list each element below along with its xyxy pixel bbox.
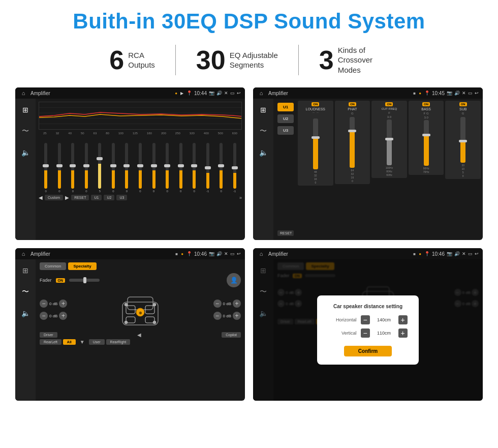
crossover-status-bar: ⌂ Amplifier ■ ● 📍 10:45 📷 🔊 ✕ ▭ ↩ [253, 87, 483, 99]
crossover-screen-content: ⊞ 〜 🔈 U1 U2 U3 RESET [253, 99, 483, 240]
eq-slider-3[interactable]: 0 [80, 143, 93, 193]
eq-time: 10:44 [194, 91, 207, 96]
eq-slider-2[interactable]: 0 [67, 143, 79, 193]
confirm-button[interactable]: Confirm [344, 346, 392, 356]
crossover-nav-wave[interactable]: 〜 [256, 124, 270, 138]
eq-slider-9[interactable]: 0 [161, 143, 174, 193]
crossover-screen: ⌂ Amplifier ■ ● 📍 10:45 📷 🔊 ✕ ▭ ↩ ⊞ 〜 [253, 87, 483, 240]
home-icon[interactable]: ⌂ [19, 89, 27, 97]
svg-point-13 [153, 303, 156, 306]
horizontal-plus-btn[interactable]: + [398, 315, 408, 324]
eq-slider-12[interactable]: -1 [201, 143, 214, 193]
eq-main-area: 253240506380100125160200250320400500630 … [36, 99, 245, 240]
svg-rect-5 [128, 297, 153, 310]
eq-icon-x: ✕ [224, 91, 228, 96]
eq-slider-1[interactable]: 0 [53, 143, 66, 193]
svg-text:⊕: ⊕ [139, 311, 142, 315]
horizontal-minus-btn[interactable]: − [361, 315, 370, 324]
vol-rl-plus[interactable]: + [59, 312, 67, 320]
u2-preset-btn[interactable]: U2 [277, 114, 294, 123]
distance-screen-content: ⊞ 〜 🔈 Common Specialty Fader ON [253, 259, 483, 401]
horizontal-row: Horizontal − 140cm + [327, 315, 409, 324]
car-diagram-section: − 0 dB + − 0 dB + [40, 289, 241, 330]
fader-time: 10:46 [194, 251, 207, 257]
vol-fl-plus[interactable]: + [59, 300, 67, 308]
eq-slider-6[interactable]: 0 [120, 143, 133, 193]
eq-nav-sliders[interactable]: ⊞ [18, 103, 33, 117]
crossover-nav-speaker[interactable]: 🔈 [256, 145, 270, 160]
eq-slider-8[interactable]: 0 [147, 143, 160, 193]
eq-prev-btn[interactable]: ◀ [39, 195, 43, 200]
eq-nav-wave[interactable]: 〜 [18, 124, 33, 138]
zone-all-btn[interactable]: All [63, 339, 76, 345]
vol-fl-minus[interactable]: − [40, 300, 48, 308]
eq-u1-btn[interactable]: U1 [91, 195, 102, 200]
camera-icon: 📷 [209, 91, 214, 96]
crossover-nav-sliders[interactable]: ⊞ [256, 103, 270, 117]
eq-u3-btn[interactable]: U3 [116, 195, 127, 200]
fader-volume-icon: 🔊 [216, 251, 222, 256]
fader-specialty-tab[interactable]: Specialty [68, 262, 96, 270]
eq-slider-4[interactable]: 5 [94, 143, 106, 193]
zone-rearright-btn[interactable]: RearRight [106, 339, 131, 345]
eq-reset-btn[interactable]: RESET [71, 195, 89, 200]
eq-slider-13[interactable]: 0 [215, 143, 228, 193]
eq-side-nav: ⊞ 〜 🔈 [15, 99, 36, 240]
fader-dot2: ● [181, 252, 183, 256]
fader-side-nav: ⊞ 〜 🔈 [15, 259, 36, 401]
distance-volume-icon: 🔊 [454, 251, 460, 256]
u1-preset-btn[interactable]: U1 [277, 103, 294, 111]
vol-fr-value: 0 dB [223, 302, 231, 306]
screens-grid: ⌂ Amplifier ● ▶ 📍 10:44 📷 🔊 ✕ ▭ ↩ ⊞ 〜 [15, 87, 483, 401]
vol-rr-plus[interactable]: + [233, 312, 241, 320]
vol-rl-minus[interactable]: − [40, 312, 48, 320]
eq-slider-0[interactable]: 0 [40, 143, 52, 193]
eq-custom-btn[interactable]: Custom [45, 195, 63, 200]
distance-icon-rect: ▭ [468, 251, 473, 256]
vol-fr-plus[interactable]: + [233, 300, 241, 308]
fader-location-icon: 📍 [186, 251, 192, 256]
distance-dialog-box: Car speaker distance setting Horizontal … [317, 295, 419, 365]
eq-status-bar: ⌂ Amplifier ● ▶ 📍 10:44 📷 🔊 ✕ ▭ ↩ [15, 87, 245, 99]
eq-slider-14[interactable]: -1 [228, 143, 241, 193]
vertical-minus-btn[interactable]: − [361, 328, 370, 338]
eq-slider-5[interactable]: 0 [107, 143, 120, 193]
crossover-location-icon: 📍 [424, 91, 430, 96]
zone-rearleft-btn[interactable]: RearLeft [40, 339, 61, 345]
fader-horizontal-slider[interactable] [69, 279, 100, 282]
fader-nav-wave[interactable]: 〜 [18, 285, 33, 299]
crossover-dot2: ● [419, 91, 421, 96]
zone-driver-btn[interactable]: Driver [40, 332, 57, 338]
page-title: Buith-in 30EQ DSP Sound System [15, 9, 483, 34]
fader-home-icon[interactable]: ⌂ [19, 250, 27, 258]
fader-nav-speaker[interactable]: 🔈 [18, 306, 33, 320]
vertical-value: 110cm [374, 331, 394, 336]
fader-common-tab[interactable]: Common [40, 262, 66, 270]
vertical-label: Vertical [329, 331, 357, 336]
fader-nav-sliders[interactable]: ⊞ [18, 263, 33, 278]
u3-preset-btn[interactable]: U3 [277, 126, 294, 135]
crossover-reset-btn[interactable]: RESET [277, 230, 294, 236]
sub-module: ON SUB G 201050 [445, 101, 481, 179]
vertical-plus-btn[interactable]: + [398, 328, 408, 338]
zone-copilot-btn[interactable]: Copilot [222, 332, 241, 338]
zone-user-btn[interactable]: User [89, 339, 105, 345]
stat-label-rca: RCAOutputs [128, 50, 155, 70]
fader-center-arrow: ◀ [59, 332, 221, 338]
vol-rr-minus[interactable]: − [213, 312, 222, 320]
eq-slider-10[interactable]: 0 [174, 143, 187, 193]
eq-next-btn[interactable]: ▶ [65, 195, 69, 200]
eq-screen-title: Amplifier [30, 91, 172, 96]
eq-slider-11[interactable]: 0 [188, 143, 201, 193]
vol-fr-minus[interactable]: − [213, 300, 222, 308]
left-vol-controls: − 0 dB + − 0 dB + [40, 300, 67, 320]
distance-back-icon: ↩ [475, 251, 479, 256]
fader-person-icon: 👤 [227, 273, 241, 287]
distance-home-icon[interactable]: ⌂ [257, 250, 265, 258]
eq-nav-speaker[interactable]: 🔈 [18, 145, 33, 160]
stat-number-30: 30 [196, 47, 226, 73]
crossover-home-icon[interactable]: ⌂ [257, 89, 265, 97]
distance-screen-title: Amplifier [268, 251, 410, 257]
eq-u2-btn[interactable]: U2 [104, 195, 114, 200]
eq-slider-7[interactable]: 0 [134, 143, 147, 193]
